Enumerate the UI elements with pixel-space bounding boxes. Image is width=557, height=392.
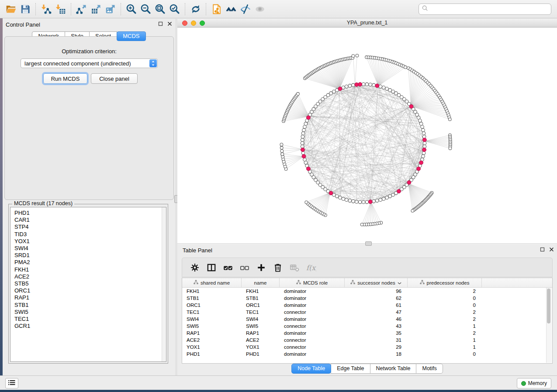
table-panel-titlebar: Table Panel: [177, 244, 557, 256]
zoom-out-icon[interactable]: [138, 3, 153, 16]
panel-menu-button[interactable]: [5, 378, 18, 389]
desktop-wallpaper-bottom: [0, 390, 557, 392]
tab-edge-table[interactable]: Edge Table: [331, 364, 370, 374]
mcds-result-node[interactable]: SRD1: [10, 252, 166, 259]
export-image-icon[interactable]: [103, 3, 118, 16]
table-cell: SWI4: [242, 316, 280, 323]
table-row[interactable]: FKH1FKH1dominator962: [182, 288, 552, 295]
table-cell: 43: [345, 323, 408, 330]
table-scrollbar-thumb[interactable]: [547, 289, 550, 323]
select-all-columns-icon[interactable]: [221, 261, 235, 274]
table-row[interactable]: SWI5SWI5connector431: [182, 323, 552, 330]
deselect-all-columns-icon[interactable]: [238, 261, 252, 274]
save-session-icon[interactable]: [18, 3, 32, 16]
table-cell: 96: [345, 288, 408, 295]
control-panel: Control Panel NetworkStyleSelectMCDS Opt…: [3, 19, 175, 375]
memory-button[interactable]: Memory: [517, 378, 551, 389]
refresh-icon[interactable]: [188, 3, 203, 16]
node-table-body: FKH1FKH1dominator962STB1STB1dominator620…: [182, 288, 552, 358]
mcds-result-node[interactable]: RAP1: [10, 294, 166, 301]
node-table[interactable]: shared namenameMCDS rolesuccessor nodesp…: [182, 278, 553, 364]
zoom-selected-icon[interactable]: [167, 3, 182, 16]
close-panel-button[interactable]: Close panel: [91, 73, 138, 84]
table-cell: RAP1: [242, 330, 280, 337]
mcds-result-node[interactable]: STB5: [10, 280, 166, 287]
table-row[interactable]: ACE2ACE2connector311: [182, 337, 552, 344]
network-window-title: YPA_prune.txt_1: [177, 20, 557, 26]
float-panel-icon[interactable]: [158, 21, 163, 27]
search-icon: [422, 5, 429, 14]
memory-label: Memory: [528, 380, 547, 386]
export-network-icon[interactable]: [74, 3, 89, 16]
show-columns-icon[interactable]: [204, 261, 218, 274]
horizontal-splitter-handle[interactable]: [365, 241, 372, 246]
hide-selected-icon[interactable]: [238, 3, 253, 16]
column-header-shared-name[interactable]: shared name: [182, 278, 242, 287]
import-network-icon[interactable]: [39, 3, 53, 16]
zoom-in-icon[interactable]: [124, 3, 138, 16]
mcds-result-node[interactable]: TID3: [10, 231, 166, 238]
toolbar-divider: [121, 3, 121, 15]
table-row[interactable]: TEC1TEC1connector472: [182, 309, 552, 316]
column-header-successor-nodes[interactable]: successor nodes: [345, 278, 408, 287]
tab-motifs[interactable]: Motifs: [416, 364, 443, 374]
share-document-icon[interactable]: [209, 3, 224, 16]
table-cell: 46: [345, 316, 408, 323]
mcds-list-scrollbar[interactable]: [162, 207, 166, 361]
mcds-result-node[interactable]: PMA2: [10, 259, 166, 266]
mcds-result-node[interactable]: PHD1: [10, 210, 166, 217]
table-row[interactable]: YOX1YOX1connector291: [182, 344, 552, 351]
mcds-result-list[interactable]: PHD1CAR1STP4TID3YOX1SWI4SRD1PMA2FKH1ACE2…: [10, 207, 166, 362]
mcds-result-node[interactable]: ACE2: [10, 273, 166, 280]
table-row[interactable]: PHD1PHD1dominator180: [182, 351, 552, 358]
table-cell: connector: [280, 309, 345, 316]
export-table-icon[interactable]: [89, 3, 103, 16]
close-panel-icon[interactable]: [167, 21, 173, 27]
column-header-predecessor-nodes[interactable]: predecessor nodes: [408, 278, 482, 287]
delete-columns-icon[interactable]: [271, 261, 285, 274]
create-column-icon[interactable]: [254, 261, 268, 274]
show-all-icon[interactable]: [253, 3, 267, 16]
mcds-result-node[interactable]: GCR1: [10, 323, 166, 330]
search-box[interactable]: [419, 3, 551, 15]
table-row[interactable]: SWI4SWI4dominator462: [182, 316, 552, 323]
table-settings-icon[interactable]: [188, 261, 202, 274]
mcds-result-node[interactable]: SWI5: [10, 309, 166, 316]
mcds-result-node[interactable]: STB1: [10, 302, 166, 309]
mcds-result-node[interactable]: SWI4: [10, 245, 166, 252]
table-row[interactable]: RAP1RAP1dominator352: [182, 330, 552, 337]
import-table-icon[interactable]: [53, 3, 68, 16]
table-cell: dominator: [280, 302, 345, 309]
table-cell: ACE2: [182, 337, 242, 344]
mcds-result-node[interactable]: CAR1: [10, 217, 166, 224]
column-header-name[interactable]: name: [242, 278, 280, 287]
network-window-titlebar[interactable]: YPA_prune.txt_1: [177, 19, 557, 28]
column-header-MCDS-role[interactable]: MCDS role: [280, 278, 345, 287]
mcds-result-node[interactable]: ORC1: [10, 287, 166, 294]
run-mcds-button[interactable]: Run MCDS: [43, 73, 87, 84]
zoom-fit-icon[interactable]: [153, 3, 167, 16]
mcds-result-node[interactable]: STP4: [10, 224, 166, 230]
table-cell: dominator: [280, 295, 345, 302]
tab-node-table[interactable]: Node Table: [291, 364, 331, 374]
network-canvas[interactable]: [177, 28, 557, 244]
search-input[interactable]: [429, 6, 548, 13]
table-cell: 0: [408, 295, 482, 302]
table-row[interactable]: ORC1ORC1dominator610: [182, 302, 552, 309]
tab-network-table[interactable]: Network Table: [370, 364, 417, 374]
mcds-result-node[interactable]: TEC1: [10, 316, 166, 323]
table-cell: TEC1: [182, 309, 242, 316]
close-table-panel-icon[interactable]: [549, 247, 554, 252]
tab-mcds[interactable]: MCDS: [117, 31, 145, 41]
toolbar-divider: [185, 3, 185, 15]
mcds-result-node[interactable]: YOX1: [10, 238, 166, 245]
mcds-result-node[interactable]: FKH1: [10, 266, 166, 273]
binoculars-icon[interactable]: [224, 3, 238, 16]
table-scrollbar[interactable]: [546, 288, 552, 363]
optimization-criterion-select[interactable]: largest connected component (undirected): [21, 58, 158, 68]
float-table-panel-icon[interactable]: [540, 247, 545, 252]
table-row[interactable]: STB1STB1dominator620: [182, 295, 552, 302]
table-cell: 31: [345, 337, 408, 344]
table-cell: connector: [280, 337, 345, 344]
open-file-icon[interactable]: [3, 3, 18, 16]
